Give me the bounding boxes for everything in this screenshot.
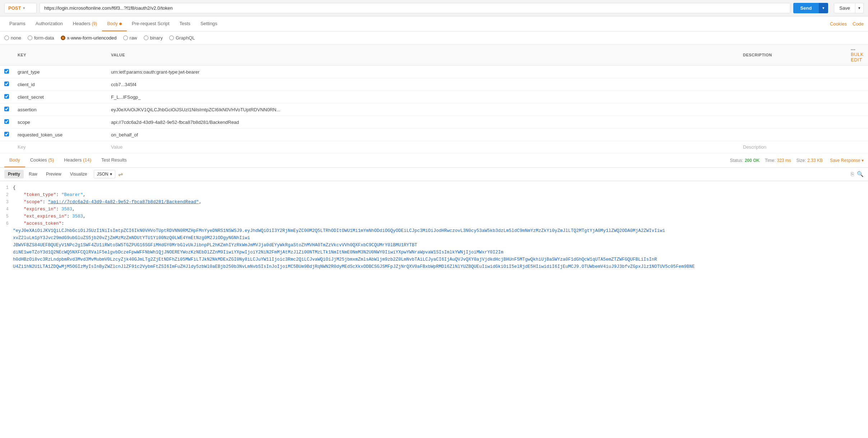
body-type-urlencoded[interactable]: x-www-form-urlencoded (61, 35, 117, 41)
code-line-token: "eyJ0eXAiOiJKV1QiLCJhbGciOiJSUzI1NiIsImt… (0, 227, 868, 234)
row-description (739, 78, 846, 91)
row-description (739, 91, 846, 103)
body-type-form-data[interactable]: form-data (28, 35, 54, 41)
row-value: api://7cdc6a2d-43d9-4a82-9e52-fbca87b8d2… (107, 116, 739, 129)
row-actions (846, 116, 868, 129)
response-tab-test-results[interactable]: Test Results (96, 153, 132, 167)
wrap-icon[interactable]: ⇌ (118, 171, 123, 178)
status-value: 200 OK (745, 158, 760, 163)
code-line-token: diNE1weTZoY3d1Q2NEcWQ5NXFCQlRValF5elgvbD… (0, 249, 868, 256)
more-icon[interactable]: ••• (851, 47, 855, 52)
send-button[interactable]: Send (793, 3, 819, 13)
row-actions (846, 91, 868, 103)
response-tab-headers[interactable]: Headers (14) (59, 153, 96, 167)
save-response-button[interactable]: Save Response ▾ (830, 158, 864, 163)
format-bar: Pretty Raw Preview Visualize JSON ▾ ⇌ ⎘ … (0, 168, 868, 181)
empty-desc[interactable]: Description (739, 141, 846, 153)
row-checkbox-cell[interactable] (0, 103, 13, 116)
row-description (739, 129, 846, 141)
empty-key[interactable]: Key (13, 141, 107, 153)
tab-settings[interactable]: Settings (195, 17, 222, 31)
format-tab-raw[interactable]: Raw (25, 170, 41, 178)
table-row: scope api://7cdc6a2d-43d9-4a82-9e52-fbca… (0, 116, 868, 129)
line-content: "token_type": "Bearer", (13, 191, 868, 199)
table-row: grant_type urn:ietf:params:oauth:grant-t… (0, 66, 868, 78)
tab-body[interactable]: Body (102, 17, 127, 31)
row-checkbox-cell[interactable] (0, 116, 13, 129)
row-checkbox[interactable] (4, 81, 9, 86)
row-checkbox[interactable] (4, 132, 9, 136)
code-line-token: h0dHBzOi8vc3RzLndpbmRvd3Mvd3MvMubmV0Lzcy… (0, 256, 868, 263)
url-input[interactable] (40, 3, 790, 13)
row-value: urn:ietf:params:oauth:grant-type:jwt-bea… (107, 66, 739, 78)
line-content: "access_token": (13, 220, 868, 227)
code-line: 3 "scope": "api://7cdc6a2d-43d9-4a82-9e5… (0, 199, 868, 206)
send-dropdown-button[interactable]: ▾ (819, 3, 828, 13)
request-tabs-row: Params Authorization Headers (9) Body Pr… (0, 17, 868, 32)
method-label: POST (8, 5, 21, 11)
col-actions-header: ••• Bulk Edit (846, 45, 868, 66)
row-checkbox-cell[interactable] (0, 66, 13, 78)
row-checkbox[interactable] (4, 107, 9, 111)
search-icon[interactable]: 🔍 (857, 171, 864, 177)
row-description (739, 66, 846, 78)
row-checkbox-cell[interactable] (0, 129, 13, 141)
format-tab-visualize[interactable]: Visualize (66, 170, 91, 178)
url-bar: POST ▾ Send ▾ Save ▾ (0, 0, 868, 17)
response-header: Body Cookies (5) Headers (14) Test Resul… (0, 153, 868, 168)
row-checkbox[interactable] (4, 69, 9, 74)
body-type-binary[interactable]: binary (144, 35, 163, 41)
code-line-token: JBWVFBZS84UEFBQUEyV1NPc2g1SWF4ZU1iRWtoSW… (0, 242, 868, 249)
row-key: requested_token_use (13, 129, 107, 141)
table-row: client_id ccb7...345f4 (0, 78, 868, 91)
tab-authorization[interactable]: Authorization (31, 17, 68, 31)
tab-tests[interactable]: Tests (175, 17, 195, 31)
line-number: 1 (0, 184, 13, 191)
code-line: 2 "token_type": "Bearer", (0, 191, 868, 199)
row-value: eyJ0eXAiOiJKV1QiLCJhbGciOiJSUzI1NiIsImtp… (107, 103, 739, 116)
format-tab-preview[interactable]: Preview (42, 170, 65, 178)
cookies-link[interactable]: Cookies (830, 21, 847, 27)
time-value: 323 ms (777, 158, 791, 163)
method-select[interactable]: POST ▾ (4, 3, 37, 13)
row-key: assertion (13, 103, 107, 116)
bulk-edit-button[interactable]: Bulk Edit (851, 52, 864, 62)
format-tab-pretty[interactable]: Pretty (4, 170, 24, 178)
params-table: KEY VALUE DESCRIPTION ••• Bulk Edit gran… (0, 45, 868, 153)
row-checkbox-cell[interactable] (0, 78, 13, 91)
body-type-none[interactable]: none (4, 35, 21, 41)
col-checkbox-header (0, 45, 13, 66)
code-line: 4 "expires_in": 3583, (0, 206, 868, 213)
code-area: 1{2 "token_type": "Bearer",3 "scope": "a… (0, 181, 868, 273)
tab-params[interactable]: Params (4, 17, 31, 31)
row-checkbox[interactable] (4, 119, 9, 124)
size-value: 2.33 KB (807, 158, 823, 163)
empty-value[interactable]: Value (107, 141, 739, 153)
response-tab-cookies[interactable]: Cookies (5) (25, 153, 59, 167)
row-key: client_secret (13, 91, 107, 103)
format-type-select[interactable]: JSON ▾ (94, 170, 115, 178)
line-content: "expires_in": 3583, (13, 206, 868, 213)
row-actions (846, 129, 868, 141)
code-link[interactable]: Code (853, 21, 864, 27)
format-right-icons: ⎘ 🔍 (851, 171, 864, 177)
save-button[interactable]: Save (834, 3, 855, 13)
line-number: 5 (0, 213, 13, 220)
row-value: F_L...IFSogp_ (107, 91, 739, 103)
body-type-graphql[interactable]: GraphQL (169, 35, 195, 41)
copy-icon[interactable]: ⎘ (851, 171, 854, 177)
tab-headers[interactable]: Headers (9) (68, 17, 102, 31)
scope-link[interactable]: "api://7cdc6a2d-43d9-4a82-9e52-fbca87b8d… (48, 200, 199, 205)
row-key: grant_type (13, 66, 107, 78)
table-row: client_secret F_L...IFSogp_ (0, 91, 868, 103)
col-value-header: VALUE (107, 45, 739, 66)
row-description (739, 116, 846, 129)
row-key: client_id (13, 78, 107, 91)
tab-pre-request[interactable]: Pre-request Script (127, 17, 175, 31)
body-type-raw[interactable]: raw (123, 35, 137, 41)
response-tab-body[interactable]: Body (4, 153, 25, 167)
row-checkbox-cell[interactable] (0, 91, 13, 103)
save-dropdown-button[interactable]: ▾ (855, 3, 864, 13)
col-key-header: KEY (13, 45, 107, 66)
row-checkbox[interactable] (4, 94, 9, 99)
